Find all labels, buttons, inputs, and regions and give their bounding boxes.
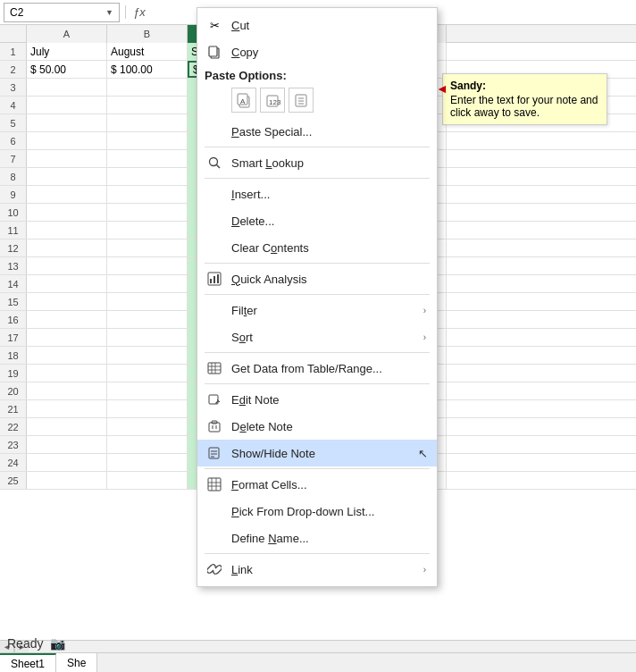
- cell-ref-box[interactable]: C2 ▼: [4, 3, 120, 22]
- cell[interactable]: [27, 293, 107, 310]
- menu-item-pick-dropdown[interactable]: Pick From Drop-down List...: [197, 498, 437, 525]
- cell[interactable]: [27, 365, 107, 382]
- note-tooltip: ◄ Sandy: Enter the text for your note an…: [442, 73, 607, 125]
- cell[interactable]: [27, 257, 107, 274]
- cell[interactable]: [107, 436, 188, 453]
- row-number: 7: [0, 150, 27, 167]
- cell[interactable]: [107, 168, 188, 185]
- separator-5: [205, 352, 430, 353]
- cut-icon: ✂: [205, 16, 224, 34]
- menu-item-link[interactable]: Link ›: [197, 556, 437, 583]
- menu-item-delete[interactable]: Delete...: [197, 207, 437, 234]
- cell[interactable]: [27, 97, 107, 113]
- cell[interactable]: $ 100.00: [107, 61, 188, 78]
- paste-opt-btn-2[interactable]: 123: [260, 88, 285, 113]
- cell[interactable]: [107, 382, 188, 399]
- cell[interactable]: [27, 382, 107, 399]
- row-number: 15: [0, 293, 27, 310]
- sheet-tab-she[interactable]: She: [56, 653, 97, 673]
- row-number: 4: [0, 97, 27, 113]
- cell-ref-dropdown-icon[interactable]: ▼: [105, 8, 113, 17]
- menu-clear-contents-label: Clear Contents: [231, 241, 426, 255]
- svg-point-11: [210, 158, 218, 166]
- menu-item-delete-note[interactable]: Delete Note: [197, 413, 437, 440]
- cell[interactable]: [27, 222, 107, 239]
- cell[interactable]: [107, 204, 188, 221]
- svg-rect-32: [208, 478, 221, 491]
- menu-item-paste-special[interactable]: Paste Special...: [197, 118, 437, 145]
- cell[interactable]: [27, 275, 107, 292]
- menu-item-show-hide-note[interactable]: Show/Hide Note ↖: [197, 440, 437, 466]
- menu-show-hide-note-label: Show/Hide Note: [231, 447, 426, 460]
- menu-item-insert[interactable]: Insert...: [197, 181, 437, 207]
- link-icon: [205, 560, 224, 578]
- sheet-tab-she-label: She: [67, 657, 86, 669]
- cell[interactable]: [27, 239, 107, 256]
- cell[interactable]: [107, 257, 188, 274]
- cell[interactable]: [107, 275, 188, 292]
- svg-text:A: A: [240, 97, 246, 105]
- cell[interactable]: [107, 347, 188, 364]
- menu-insert-label: Insert...: [231, 188, 426, 201]
- col-header-b[interactable]: B: [107, 25, 188, 43]
- cell[interactable]: [107, 365, 188, 382]
- sheet-tab-sheet1[interactable]: Sheet1: [0, 653, 56, 673]
- cell[interactable]: [27, 329, 107, 346]
- h-scroll[interactable]: ◄ ►: [0, 640, 636, 652]
- cell[interactable]: [27, 418, 107, 435]
- cell[interactable]: [27, 150, 107, 167]
- cell[interactable]: [27, 204, 107, 221]
- cell[interactable]: [107, 150, 188, 167]
- svg-rect-1: [209, 46, 217, 56]
- row-number: 23: [0, 436, 27, 453]
- cell[interactable]: $ 50.00: [27, 61, 107, 78]
- cell[interactable]: [107, 114, 188, 131]
- clear-contents-icon: [205, 239, 224, 256]
- menu-item-copy[interactable]: Copy: [197, 38, 437, 65]
- cell[interactable]: July: [27, 43, 107, 60]
- cell[interactable]: [27, 186, 107, 203]
- cell[interactable]: [27, 454, 107, 471]
- cell[interactable]: [27, 114, 107, 131]
- cell[interactable]: [27, 472, 107, 489]
- cell[interactable]: [27, 132, 107, 149]
- cell[interactable]: [107, 79, 188, 96]
- menu-item-sort[interactable]: Sort ›: [197, 323, 437, 350]
- col-header-a[interactable]: A: [27, 25, 107, 43]
- cell[interactable]: [27, 400, 107, 417]
- menu-item-format-cells[interactable]: Format Cells...: [197, 471, 437, 498]
- menu-item-define-name[interactable]: Define Name...: [197, 525, 437, 551]
- cell[interactable]: [107, 454, 188, 471]
- menu-item-quick-analysis[interactable]: Quick Analysis: [197, 265, 437, 292]
- menu-item-clear-contents[interactable]: Clear Contents: [197, 234, 437, 261]
- menu-item-get-data[interactable]: Get Data from Table/Range...: [197, 355, 437, 382]
- cell[interactable]: [107, 311, 188, 328]
- cell[interactable]: [107, 239, 188, 256]
- cell[interactable]: [27, 436, 107, 453]
- menu-item-filter[interactable]: Filter ›: [197, 297, 437, 323]
- cell[interactable]: [27, 311, 107, 328]
- cell[interactable]: [27, 79, 107, 96]
- svg-rect-17: [208, 363, 221, 374]
- note-author: Sandy:: [450, 80, 599, 92]
- cell[interactable]: [107, 472, 188, 489]
- menu-item-cut[interactable]: ✂ Cut: [197, 12, 437, 38]
- cell[interactable]: August: [107, 43, 188, 60]
- menu-item-smart-lookup[interactable]: Smart Lookup: [197, 149, 437, 176]
- delete-icon: [205, 212, 224, 230]
- cell[interactable]: [107, 132, 188, 149]
- cell[interactable]: [27, 347, 107, 364]
- menu-smart-lookup-label: Smart Lookup: [231, 156, 426, 170]
- cell[interactable]: [107, 418, 188, 435]
- cell[interactable]: [107, 222, 188, 239]
- quick-analysis-icon: [205, 270, 224, 288]
- cell[interactable]: [107, 400, 188, 417]
- cell[interactable]: [107, 293, 188, 310]
- cell[interactable]: [107, 186, 188, 203]
- paste-opt-btn-3[interactable]: [289, 88, 314, 113]
- cell[interactable]: [107, 97, 188, 113]
- cell[interactable]: [107, 329, 188, 346]
- paste-opt-btn-1[interactable]: A: [231, 88, 256, 113]
- menu-item-edit-note[interactable]: Edit Note: [197, 386, 437, 413]
- cell[interactable]: [27, 168, 107, 185]
